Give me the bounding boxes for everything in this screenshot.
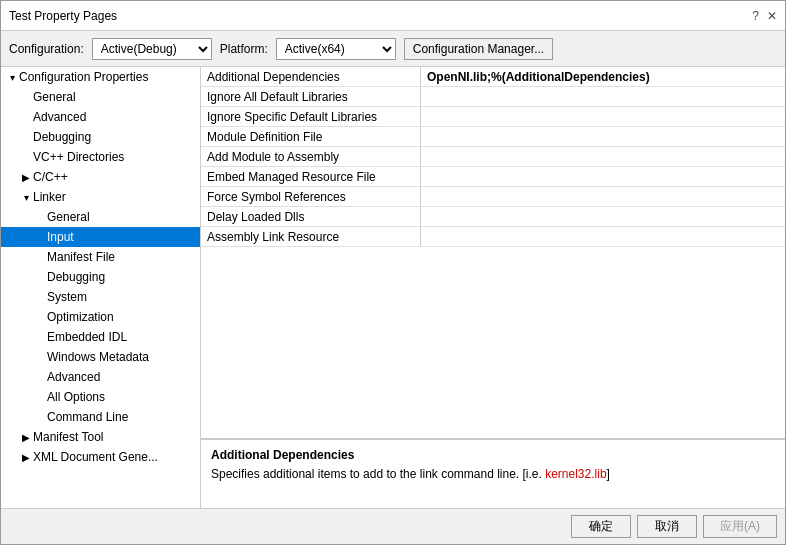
tree-item-label: Manifest Tool [33, 430, 103, 444]
apply-button[interactable]: 应用(A) [703, 515, 777, 538]
prop-name: Delay Loaded Dlls [201, 207, 421, 226]
tree-item-linker-input[interactable]: Input [1, 227, 200, 247]
table-row[interactable]: Force Symbol References [201, 187, 785, 207]
tree-item-linker-windows-meta[interactable]: Windows Metadata [1, 347, 200, 367]
tree-item-label: System [47, 290, 87, 304]
prop-value [421, 167, 785, 186]
ok-button[interactable]: 确定 [571, 515, 631, 538]
prop-name: Add Module to Assembly [201, 147, 421, 166]
table-row[interactable]: Module Definition File [201, 127, 785, 147]
tree-panel: ▾Configuration PropertiesGeneralAdvanced… [1, 67, 201, 508]
tree-item-label: Manifest File [47, 250, 115, 264]
expander-icon: ▶ [19, 172, 33, 183]
tree-item-label: Input [47, 230, 74, 244]
tree-item-label: Linker [33, 190, 66, 204]
expander-icon: ▾ [5, 72, 19, 83]
tree-item-linker-debugging[interactable]: Debugging [1, 267, 200, 287]
prop-value [421, 187, 785, 206]
main-content: ▾Configuration PropertiesGeneralAdvanced… [1, 67, 785, 508]
tree-item-label: XML Document Gene... [33, 450, 158, 464]
tree-item-label: Debugging [47, 270, 105, 284]
prop-name: Ignore Specific Default Libraries [201, 107, 421, 126]
tree-item-linker-cmdline[interactable]: Command Line [1, 407, 200, 427]
props-list: Additional DependenciesOpenNI.lib;%(Addi… [201, 67, 785, 247]
platform-label: Platform: [220, 42, 268, 56]
close-icon[interactable]: ✕ [767, 9, 777, 23]
table-row[interactable]: Ignore Specific Default Libraries [201, 107, 785, 127]
cancel-button[interactable]: 取消 [637, 515, 697, 538]
tree-item-label: Debugging [33, 130, 91, 144]
tree-item-linker-optimization[interactable]: Optimization [1, 307, 200, 327]
table-row[interactable]: Delay Loaded Dlls [201, 207, 785, 227]
tree-item-linker-embedded-idl[interactable]: Embedded IDL [1, 327, 200, 347]
tree-item-linker[interactable]: ▾Linker [1, 187, 200, 207]
tree-item-advanced[interactable]: Advanced [1, 107, 200, 127]
tree-item-label: Advanced [33, 110, 86, 124]
description-highlight: kernel32.lib [545, 467, 606, 481]
table-row[interactable]: Add Module to Assembly [201, 147, 785, 167]
tree-item-label: Advanced [47, 370, 100, 384]
description-title: Additional Dependencies [211, 448, 775, 462]
window-title: Test Property Pages [9, 9, 117, 23]
description-panel: Additional Dependencies Specifies additi… [201, 438, 785, 508]
expander-icon: ▶ [19, 432, 33, 443]
tree-item-linker-manifest[interactable]: Manifest File [1, 247, 200, 267]
configuration-select[interactable]: Active(Debug) [92, 38, 212, 60]
prop-name: Assembly Link Resource [201, 227, 421, 246]
main-window: Test Property Pages ? ✕ Configuration: A… [0, 0, 786, 545]
prop-value [421, 127, 785, 146]
prop-value: OpenNI.lib;%(AdditionalDependencies) [421, 67, 785, 86]
toolbar: Configuration: Active(Debug) Platform: A… [1, 31, 785, 67]
help-icon[interactable]: ? [752, 9, 759, 23]
window-controls: ? ✕ [752, 9, 777, 23]
table-row[interactable]: Assembly Link Resource [201, 227, 785, 247]
table-row[interactable]: Embed Managed Resource File [201, 167, 785, 187]
tree-item-linker-general[interactable]: General [1, 207, 200, 227]
tree-item-linker-all-options[interactable]: All Options [1, 387, 200, 407]
tree-item-label: Command Line [47, 410, 128, 424]
tree-item-c-cpp[interactable]: ▶C/C++ [1, 167, 200, 187]
tree-item-label: Optimization [47, 310, 114, 324]
config-manager-button[interactable]: Configuration Manager... [404, 38, 553, 60]
prop-name: Embed Managed Resource File [201, 167, 421, 186]
tree-item-general[interactable]: General [1, 87, 200, 107]
button-bar: 确定 取消 应用(A) [1, 508, 785, 544]
right-panel: Additional DependenciesOpenNI.lib;%(Addi… [201, 67, 785, 508]
prop-value [421, 87, 785, 106]
tree-item-linker-advanced[interactable]: Advanced [1, 367, 200, 387]
tree-item-vc-dirs[interactable]: VC++ Directories [1, 147, 200, 167]
tree-item-linker-system[interactable]: System [1, 287, 200, 307]
tree-item-label: Configuration Properties [19, 70, 148, 84]
tree-item-label: General [47, 210, 90, 224]
tree-item-debugging[interactable]: Debugging [1, 127, 200, 147]
expander-icon: ▶ [19, 452, 33, 463]
prop-value [421, 207, 785, 226]
tree-item-label: All Options [47, 390, 105, 404]
configuration-label: Configuration: [9, 42, 84, 56]
tree-item-config-props[interactable]: ▾Configuration Properties [1, 67, 200, 87]
tree-item-label: General [33, 90, 76, 104]
properties-table: Additional DependenciesOpenNI.lib;%(Addi… [201, 67, 785, 438]
title-bar: Test Property Pages ? ✕ [1, 1, 785, 31]
tree-item-xml-doc[interactable]: ▶XML Document Gene... [1, 447, 200, 467]
table-row[interactable]: Additional DependenciesOpenNI.lib;%(Addi… [201, 67, 785, 87]
prop-value [421, 227, 785, 246]
prop-value [421, 147, 785, 166]
prop-name: Additional Dependencies [201, 67, 421, 86]
table-row[interactable]: Ignore All Default Libraries [201, 87, 785, 107]
prop-name: Module Definition File [201, 127, 421, 146]
prop-name: Force Symbol References [201, 187, 421, 206]
tree-item-label: VC++ Directories [33, 150, 124, 164]
property-tree: ▾Configuration PropertiesGeneralAdvanced… [1, 67, 200, 467]
prop-value [421, 107, 785, 126]
prop-name: Ignore All Default Libraries [201, 87, 421, 106]
tree-item-label: C/C++ [33, 170, 68, 184]
tree-item-manifest-tool[interactable]: ▶Manifest Tool [1, 427, 200, 447]
platform-select[interactable]: Active(x64) [276, 38, 396, 60]
expander-icon: ▾ [19, 192, 33, 203]
tree-item-label: Windows Metadata [47, 350, 149, 364]
tree-item-label: Embedded IDL [47, 330, 127, 344]
description-text: Specifies additional items to add to the… [211, 466, 775, 483]
